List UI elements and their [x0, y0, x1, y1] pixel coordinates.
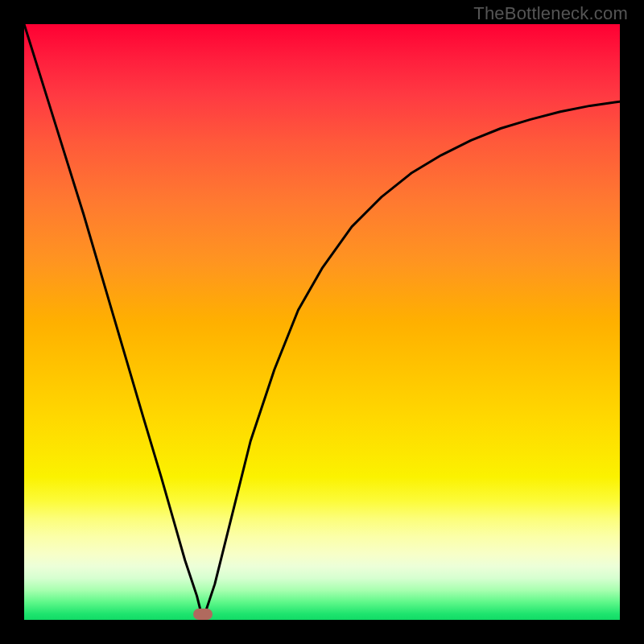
plot-svg [24, 24, 620, 620]
plot-area [24, 24, 620, 620]
watermark-text: TheBottleneck.com [473, 3, 628, 24]
minimum-marker [193, 609, 213, 620]
chart-container: TheBottleneck.com [0, 0, 644, 644]
bottleneck-curve [24, 24, 620, 620]
